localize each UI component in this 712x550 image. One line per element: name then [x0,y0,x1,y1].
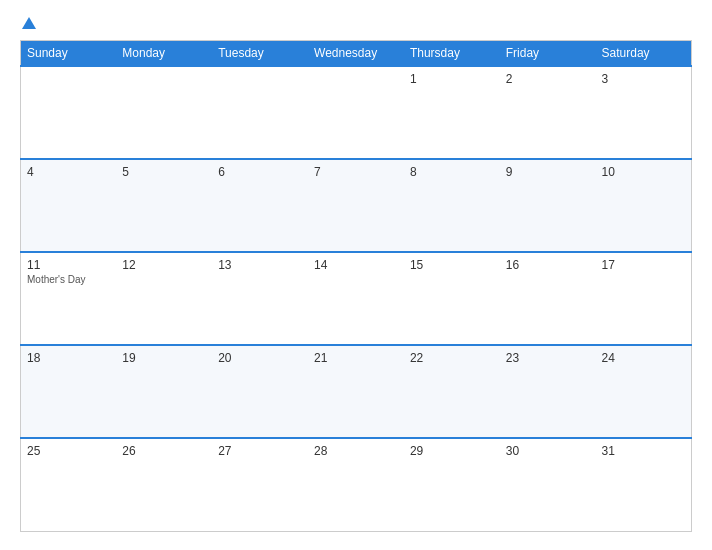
day-cell: 25 [21,438,117,531]
day-cell: 29 [404,438,500,531]
header-friday: Friday [500,41,596,67]
day-number: 6 [218,165,302,179]
week-row-5: 25262728293031 [21,438,692,531]
day-cell: 26 [116,438,212,531]
day-cell: 1 [404,66,500,159]
header-monday: Monday [116,41,212,67]
day-cell: 19 [116,345,212,438]
header [20,18,692,30]
day-number: 5 [122,165,206,179]
day-cell: 7 [308,159,404,252]
week-row-1: 123 [21,66,692,159]
day-cell: 20 [212,345,308,438]
day-number: 7 [314,165,398,179]
day-cell: 18 [21,345,117,438]
header-wednesday: Wednesday [308,41,404,67]
day-cell: 12 [116,252,212,345]
day-number: 4 [27,165,110,179]
day-number: 2 [506,72,590,86]
logo-triangle-icon [22,17,36,29]
week-row-3: 11Mother's Day121314151617 [21,252,692,345]
week-row-4: 18192021222324 [21,345,692,438]
header-tuesday: Tuesday [212,41,308,67]
day-cell: 8 [404,159,500,252]
day-number: 9 [506,165,590,179]
day-number: 14 [314,258,398,272]
day-cell: 30 [500,438,596,531]
day-number: 31 [602,444,685,458]
day-cell [21,66,117,159]
day-cell: 15 [404,252,500,345]
week-row-2: 45678910 [21,159,692,252]
day-cell: 16 [500,252,596,345]
day-number: 23 [506,351,590,365]
day-cell: 4 [21,159,117,252]
day-number: 1 [410,72,494,86]
day-cell [308,66,404,159]
day-number: 10 [602,165,685,179]
day-number: 3 [602,72,685,86]
holiday-label: Mother's Day [27,274,110,285]
day-cell: 10 [596,159,692,252]
day-cell: 24 [596,345,692,438]
day-cell [116,66,212,159]
day-cell: 2 [500,66,596,159]
day-number: 25 [27,444,110,458]
day-number: 24 [602,351,685,365]
day-number: 8 [410,165,494,179]
day-cell: 9 [500,159,596,252]
day-number: 27 [218,444,302,458]
day-cell: 5 [116,159,212,252]
day-number: 20 [218,351,302,365]
day-cell: 28 [308,438,404,531]
days-header-row: Sunday Monday Tuesday Wednesday Thursday… [21,41,692,67]
day-cell: 3 [596,66,692,159]
day-number: 29 [410,444,494,458]
day-number: 11 [27,258,110,272]
calendar-table: Sunday Monday Tuesday Wednesday Thursday… [20,40,692,532]
day-cell: 17 [596,252,692,345]
day-number: 19 [122,351,206,365]
day-number: 26 [122,444,206,458]
day-number: 13 [218,258,302,272]
logo [20,18,36,30]
day-cell: 6 [212,159,308,252]
day-number: 30 [506,444,590,458]
day-cell: 13 [212,252,308,345]
day-cell: 14 [308,252,404,345]
day-cell: 11Mother's Day [21,252,117,345]
day-number: 18 [27,351,110,365]
day-cell: 23 [500,345,596,438]
day-number: 28 [314,444,398,458]
day-number: 15 [410,258,494,272]
day-number: 12 [122,258,206,272]
day-cell: 27 [212,438,308,531]
day-number: 16 [506,258,590,272]
day-cell [212,66,308,159]
day-number: 17 [602,258,685,272]
header-saturday: Saturday [596,41,692,67]
day-number: 22 [410,351,494,365]
header-sunday: Sunday [21,41,117,67]
calendar-page: Sunday Monday Tuesday Wednesday Thursday… [0,0,712,550]
day-cell: 31 [596,438,692,531]
day-cell: 22 [404,345,500,438]
day-cell: 21 [308,345,404,438]
day-number: 21 [314,351,398,365]
header-thursday: Thursday [404,41,500,67]
